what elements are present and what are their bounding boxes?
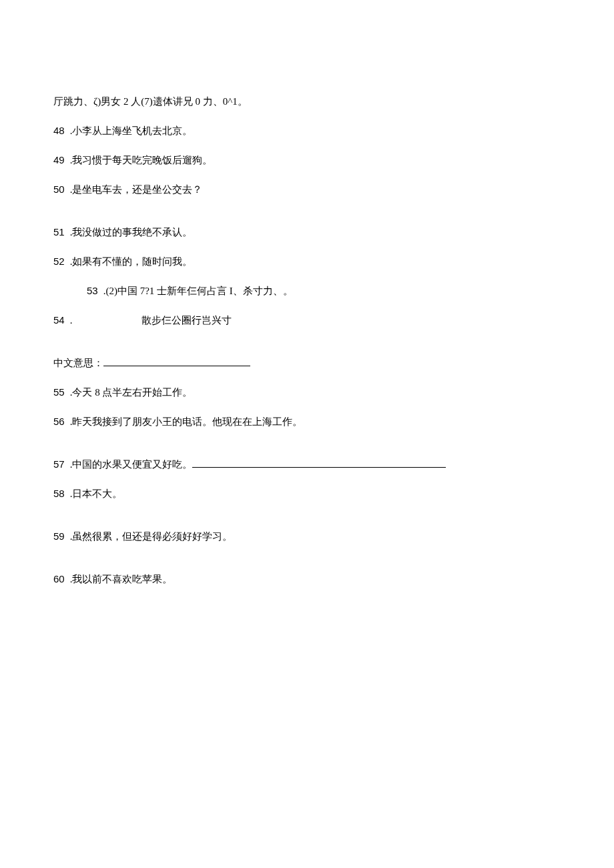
q48-line: 48 .小李从上海坐飞机去北京。	[53, 123, 561, 139]
q50-num: 50	[53, 181, 65, 197]
q57-blank[interactable]	[192, 458, 446, 468]
spacer	[53, 211, 561, 224]
q56-text: .昨天我接到了朋友小王的电话。他现在在上海工作。	[70, 414, 303, 430]
q51-line: 51 .我没做过的事我绝不承认。	[53, 224, 561, 240]
q51-text: .我没做过的事我绝不承认。	[70, 224, 193, 240]
q55-text: .今天 8 点半左右开始工作。	[70, 384, 193, 400]
q49-text: .我习惯于每天吃完晚饭后遛狗。	[70, 152, 213, 168]
q55-line: 55 .今天 8 点半左右开始工作。	[53, 384, 561, 400]
meaning-line: 中文意思：	[53, 355, 561, 371]
intro-text: 厅跳力、ζ)男女 2 人(7)遗体讲兄 0 力、0^1。	[53, 93, 248, 109]
q60-text: .我以前不喜欢吃苹果。	[70, 571, 173, 587]
q56-num: 56	[53, 414, 65, 430]
q56-line: 56 .昨天我接到了朋友小王的电话。他现在在上海工作。	[53, 414, 561, 430]
intro-line: 厅跳力、ζ)男女 2 人(7)遗体讲兄 0 力、0^1。	[53, 93, 561, 109]
spacer	[53, 443, 561, 456]
q50-text: .是坐电车去，还是坐公交去？	[70, 181, 203, 197]
q55-num: 55	[53, 384, 65, 400]
q59-line: 59 .虽然很累，但还是得必须好好学习。	[53, 528, 561, 544]
q59-num: 59	[53, 528, 65, 544]
q58-num: 58	[53, 486, 65, 502]
q52-text: .如果有不懂的，随时问我。	[70, 254, 193, 270]
q54-tail: 散步仨公圈行岂兴寸	[141, 312, 232, 328]
q54-dot: .	[70, 312, 73, 328]
q58-line: 58 .日本不大。	[53, 486, 561, 502]
q57-num: 57	[53, 456, 65, 472]
meaning-label: 中文意思：	[53, 355, 103, 371]
q59-text: .虽然很累，但还是得必须好好学习。	[70, 528, 233, 544]
q53-num: 53	[87, 283, 98, 299]
q49-num: 49	[53, 152, 65, 168]
q50-line: 50 .是坐电车去，还是坐公交去？	[53, 181, 561, 197]
q49-line: 49 .我习惯于每天吃完晚饭后遛狗。	[53, 152, 561, 168]
q53-text: .(2)中国 7?1 士新年仨何占言 I、杀寸力、。	[103, 283, 293, 299]
q52-line: 52 .如果有不懂的，随时问我。	[53, 254, 561, 270]
spacer	[53, 515, 561, 528]
meaning-blank[interactable]	[103, 356, 250, 366]
q53-line: 53 .(2)中国 7?1 士新年仨何占言 I、杀寸力、。	[53, 283, 561, 299]
q48-num: 48	[53, 123, 65, 139]
q60-num: 60	[53, 571, 65, 587]
spacer	[53, 558, 561, 571]
q57-line: 57 .中国的水果又便宜又好吃。	[53, 456, 561, 472]
q60-line: 60 .我以前不喜欢吃苹果。	[53, 571, 561, 587]
q54-num: 54	[53, 312, 65, 328]
q54-line: 54 . 散步仨公圈行岂兴寸	[53, 312, 561, 328]
spacer	[53, 342, 561, 355]
q52-num: 52	[53, 254, 65, 270]
q58-text: .日本不大。	[70, 486, 123, 502]
q48-text: .小李从上海坐飞机去北京。	[70, 123, 193, 139]
q51-num: 51	[53, 224, 65, 240]
q57-text: .中国的水果又便宜又好吃。	[70, 456, 193, 472]
